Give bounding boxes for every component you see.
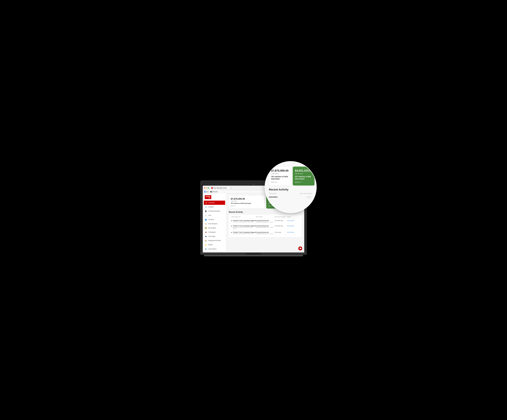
overview-icon: ⊞	[205, 202, 207, 204]
zoom-lead-card: $7,870,000.00 Lead Value 787 matches of …	[269, 167, 291, 186]
chat-button[interactable]: 💬	[298, 247, 302, 250]
laptop-bottom	[204, 255, 303, 256]
zoom-client-matches: 257 matches of 838 total clients	[295, 175, 312, 180]
sidebar: DOPE 360 ⊞ Overview 🔍 Analysis	[203, 193, 226, 252]
sidebar-item-overview[interactable]: ⊞ Overview	[204, 201, 225, 205]
activity-time-3: 2 hours ago	[275, 232, 287, 233]
table-row: "Florida TY Card" automation triggered M…	[230, 230, 300, 236]
sidebar-label-lists: Lists	[208, 214, 211, 216]
maximize-button[interactable]	[208, 187, 209, 189]
chat-icon: 💬	[299, 248, 301, 249]
traffic-lights	[204, 187, 209, 189]
sidebar-label-analysis: Analysis	[208, 206, 214, 208]
zoom-lead-value: $7,870,000.00	[271, 169, 289, 172]
grid-dot	[205, 191, 206, 191]
status-dot	[231, 220, 232, 221]
activity-what-1: "Florida TY Card" automation triggered M…	[231, 220, 256, 222]
zoom-metrics: $7,870,000.00 Lead Value 787 matches of …	[269, 167, 312, 186]
recent-icon: ↺	[205, 252, 207, 252]
apps-label: Apps	[206, 191, 209, 193]
zoom-detail-bold: automation	[269, 196, 277, 198]
zoom-lead-dive-button[interactable]: Dive In >	[271, 181, 289, 183]
camera	[253, 184, 254, 185]
active-tab[interactable]: D Direct Mail Made Simple ×	[210, 187, 230, 189]
automations-icon: ⚙️	[205, 248, 207, 250]
laptop-notch	[246, 253, 261, 254]
col-what: What happened?	[231, 216, 256, 218]
activity-what-2: "Florida TY Card" automation triggered M…	[231, 225, 256, 229]
apps-item[interactable]: Apps	[204, 191, 209, 193]
new-tab-button[interactable]: +	[230, 187, 233, 189]
zoom-row-detail: automation	[269, 196, 277, 198]
table-row: "Florida TY Card" automation triggered M…	[230, 219, 300, 224]
lead-value-card: $7,870,000.00 Lead Value 787 matches of …	[229, 196, 264, 208]
sidebar-item-recent[interactable]: ↺ Recent Activity	[203, 251, 226, 252]
sidebar-item-campaigns[interactable]: 📣 Campaigns	[203, 230, 226, 234]
grid-icon	[204, 191, 206, 193]
sidebar-item-yard-signs[interactable]: 💻 Yard Signs	[203, 234, 226, 238]
yard-signs-icon: 💻	[205, 235, 207, 237]
grid-dot	[204, 192, 205, 192]
neighborhood-icon: 🏠	[205, 240, 207, 242]
sidebar-item-analysis[interactable]: 🔍 Analysis	[203, 205, 226, 209]
lead-dive-in-button[interactable]: Dive In >	[231, 205, 262, 207]
grid-dot	[204, 192, 204, 193]
view-details-2[interactable]: View Details >	[287, 225, 299, 227]
campaigns-icon: 📣	[205, 231, 207, 233]
details-bold-2: 1 postcard being sent	[256, 225, 275, 227]
sidebar-label-tracking: Tracking Numbers	[208, 210, 220, 212]
table-row: "Florida TY Card" automation triggered M…	[230, 224, 300, 230]
details-sub-3: Estimated delivery Dec 25 - Dec 27	[256, 233, 274, 234]
lead-value: $7,870,000.00	[231, 198, 262, 200]
zoom-client-card: $3,031,315.00 Client Value 257 matches o…	[293, 167, 315, 186]
tab-close[interactable]: ×	[228, 187, 228, 189]
logo-area: DOPE 360	[203, 194, 226, 201]
details-bold-3: 1 postcard being sent	[256, 232, 275, 233]
zoom-lead-matches: 787 matches of 2433 total leads	[271, 175, 289, 180]
sidebar-item-data-request[interactable]: 📋 Data Request	[203, 222, 226, 226]
tracking-icon: 📱	[205, 210, 207, 212]
view-details-3[interactable]: View Details >	[287, 232, 299, 233]
sidebar-label-eddm: EDDM	[208, 244, 212, 246]
sidebar-item-my-designs[interactable]: 🖼️ My Designs	[203, 226, 226, 230]
sidebar-item-neighborhood[interactable]: 🏠 Neighborhood Blitz	[203, 238, 226, 243]
bookmark-label[interactable]: ⬛ Bookmark	[210, 191, 218, 193]
activity-subtitle-1: Mail sent to Jose Vargas 3311 15th St W	[233, 221, 256, 222]
activity-header: What happened? More details When did it …	[230, 216, 300, 219]
activity-title-3: "Florida TY Card" automation triggered	[233, 232, 256, 233]
sidebar-item-tracking[interactable]: 📱 Tracking Numbers	[203, 209, 226, 213]
laptop-base	[200, 253, 307, 255]
sidebar-label-neighborhood: Neighborhood Blitz	[208, 240, 221, 241]
activity-time-2: 23 minutes ago	[275, 225, 287, 227]
zoom-client-dive-button[interactable]: Dive In >	[295, 181, 312, 183]
tab-title: Direct Mail Made Simple	[213, 187, 227, 189]
zoom-content: $7,870,000.00 Lead Value 787 matches of …	[265, 162, 316, 201]
contacts-icon: 👥	[205, 218, 207, 221]
activity-details-2: 1 postcard being sent Estimated delivery…	[256, 225, 275, 228]
sidebar-label-automations: Automations	[208, 248, 217, 250]
grid-dot	[204, 192, 205, 193]
col-actions: Actions	[287, 216, 299, 218]
minimize-button[interactable]	[206, 187, 207, 189]
sidebar-item-contacts[interactable]: 👥 Contacts	[203, 217, 226, 222]
details-bold-1: 1 postcard being sent	[256, 220, 275, 221]
close-button[interactable]	[204, 187, 205, 189]
zoom-postcard: 1 postc...	[306, 196, 312, 198]
sidebar-label-yard-signs: Yard Signs	[208, 235, 215, 237]
lead-matches: 787 matches of 2433 total leads	[231, 203, 262, 204]
sidebar-item-automations[interactable]: ⚙️ Automations	[203, 247, 226, 251]
grid-dot	[204, 191, 205, 191]
zoom-client-value: $3,031,315.00	[295, 169, 312, 172]
grid-dot	[204, 191, 204, 191]
sidebar-label-contacts: Contacts	[208, 219, 214, 220]
zoom-col-details: More details	[269, 193, 294, 194]
lead-label: Lead Value	[231, 200, 262, 202]
lists-icon: ≡	[205, 214, 207, 216]
activity-subtitle-3: Mail sent to Alvin Hardin 2835 Thomas St	[233, 233, 256, 234]
sidebar-item-eddm[interactable]: 📁 EDDM	[203, 243, 226, 247]
view-details-1[interactable]: View Details >	[287, 220, 299, 221]
activity-details-1: 1 postcard being sent Estimated delivery…	[256, 220, 275, 223]
sidebar-item-lists[interactable]: ≡ Lists	[203, 213, 226, 217]
activity-details-3: 1 postcard being sent Estimated delivery…	[256, 232, 275, 234]
sidebar-label-campaigns: Campaigns	[208, 231, 216, 233]
